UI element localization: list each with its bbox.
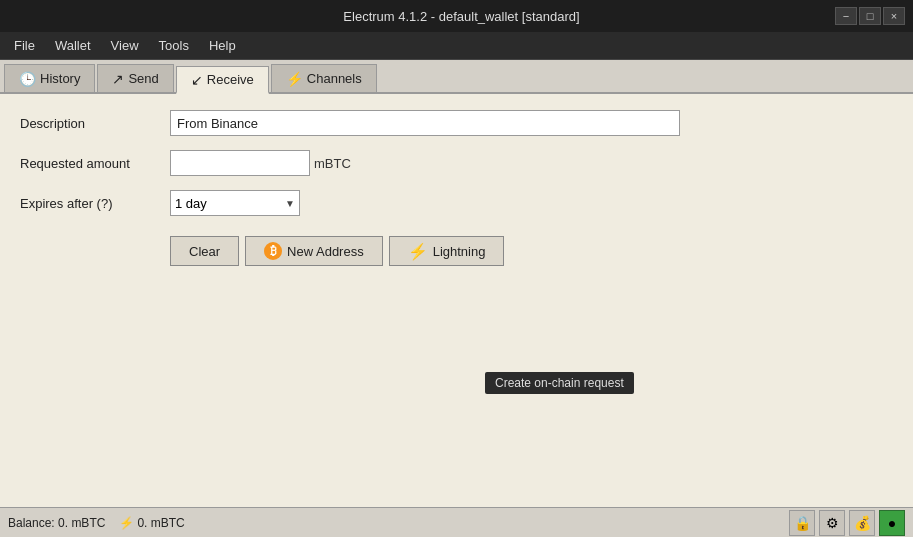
tab-history-label: History xyxy=(40,71,80,86)
amount-label: Requested amount xyxy=(20,156,170,171)
expires-row: Expires after (?) 1 day 1 week 1 month N… xyxy=(20,190,893,216)
maximize-button[interactable]: □ xyxy=(859,7,881,25)
tab-channels-label: Channels xyxy=(307,71,362,86)
receive-icon: ↙ xyxy=(191,72,203,88)
titlebar: Electrum 4.1.2 - default_wallet [standar… xyxy=(0,0,913,32)
tab-history[interactable]: 🕒 History xyxy=(4,64,95,92)
status-left: Balance: 0. mBTC ⚡ 0. mBTC xyxy=(8,516,185,530)
lock-icon[interactable]: 🔒 xyxy=(789,510,815,536)
balance-label: Balance: 0. mBTC xyxy=(8,516,105,530)
tab-send[interactable]: ↗ Send xyxy=(97,64,173,92)
window-title: Electrum 4.1.2 - default_wallet [standar… xyxy=(88,9,835,24)
statusbar: Balance: 0. mBTC ⚡ 0. mBTC 🔒 ⚙ 💰 ● xyxy=(0,507,913,537)
history-icon: 🕒 xyxy=(19,71,36,87)
menu-file[interactable]: File xyxy=(4,35,45,56)
amount-wrapper: mBTC xyxy=(170,150,351,176)
lightning-balance-value: 0. mBTC xyxy=(137,516,184,530)
status-right: 🔒 ⚙ 💰 ● xyxy=(789,510,905,536)
minimize-button[interactable]: − xyxy=(835,7,857,25)
lightning-prefix: ⚡ xyxy=(119,516,134,530)
channels-icon: ⚡ xyxy=(286,71,303,87)
lightning-button[interactable]: ⚡ Lightning xyxy=(389,236,505,266)
new-address-label: New Address xyxy=(287,244,364,259)
menu-tools[interactable]: Tools xyxy=(149,35,199,56)
lightning-icon: ⚡ xyxy=(408,242,428,261)
bitcoin-icon: ₿ xyxy=(264,242,282,260)
expires-select-wrapper: 1 day 1 week 1 month Never ▼ xyxy=(170,190,300,216)
lightning-balance: ⚡ 0. mBTC xyxy=(119,516,184,530)
description-label: Description xyxy=(20,116,170,131)
menu-view[interactable]: View xyxy=(101,35,149,56)
amount-row: Requested amount mBTC xyxy=(20,150,893,176)
lightning-label: Lightning xyxy=(433,244,486,259)
clear-button[interactable]: Clear xyxy=(170,236,239,266)
expires-select[interactable]: 1 day 1 week 1 month Never xyxy=(170,190,300,216)
tooltip-create-onchain: Create on-chain request xyxy=(485,372,634,394)
menu-help[interactable]: Help xyxy=(199,35,246,56)
expires-label: Expires after (?) xyxy=(20,196,170,211)
description-input[interactable] xyxy=(170,110,680,136)
main-content: Description Requested amount mBTC Expire… xyxy=(0,94,913,507)
tab-receive[interactable]: ↙ Receive xyxy=(176,66,269,94)
tab-receive-label: Receive xyxy=(207,72,254,87)
amount-unit: mBTC xyxy=(314,156,351,171)
amount-input[interactable] xyxy=(170,150,310,176)
send-icon: ↗ xyxy=(112,71,124,87)
tab-channels[interactable]: ⚡ Channels xyxy=(271,64,377,92)
wallet-icon[interactable]: 💰 xyxy=(849,510,875,536)
settings-icon[interactable]: ⚙ xyxy=(819,510,845,536)
window-controls: − □ × xyxy=(835,7,905,25)
tabbar: 🕒 History ↗ Send ↙ Receive ⚡ Channels xyxy=(0,60,913,94)
menu-wallet[interactable]: Wallet xyxy=(45,35,101,56)
tab-send-label: Send xyxy=(128,71,158,86)
status-indicator[interactable]: ● xyxy=(879,510,905,536)
new-address-button[interactable]: ₿ New Address xyxy=(245,236,383,266)
button-row: Clear ₿ New Address ⚡ Lightning xyxy=(170,236,893,266)
description-row: Description xyxy=(20,110,893,136)
close-button[interactable]: × xyxy=(883,7,905,25)
menubar: File Wallet View Tools Help xyxy=(0,32,913,60)
